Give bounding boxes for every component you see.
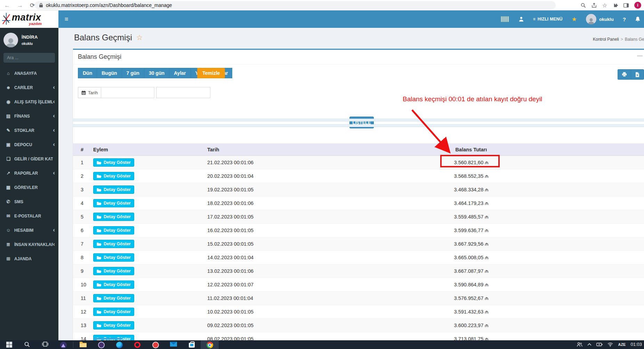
col-date[interactable]: Tarih: [202, 147, 431, 152]
sidebar-item[interactable]: ▣ DEPOCU ‹: [0, 137, 58, 152]
back-icon[interactable]: ←: [4, 2, 10, 8]
detail-button[interactable]: Detay Göster: [93, 199, 134, 207]
forward-icon[interactable]: →: [17, 2, 23, 8]
opera-browser-icon[interactable]: [128, 342, 146, 349]
detail-button[interactable]: Detay Göster: [93, 158, 134, 167]
sidebar-item[interactable]: ❏ GELİR / GİDER KATEGORİ ‹: [0, 152, 58, 166]
divider-band: [73, 124, 644, 127]
side-panel-icon[interactable]: [623, 3, 629, 8]
col-index[interactable]: #: [73, 147, 88, 152]
quick-menu-label: HIZLI MENÜ: [538, 17, 563, 22]
col-action[interactable]: Eylem: [88, 147, 202, 152]
filter-button[interactable]: Bugün: [97, 68, 121, 78]
people-icon[interactable]: [577, 342, 582, 347]
detail-button[interactable]: Detay Göster: [93, 308, 134, 316]
quick-menu-button[interactable]: ≡ HIZLI MENÜ: [533, 17, 563, 22]
filter-button[interactable]: 30 gün: [144, 68, 169, 78]
language-indicator[interactable]: AZE: [618, 342, 626, 347]
wifi-icon[interactable]: [607, 342, 613, 347]
sidebar-item[interactable]: ≣ İNSAN KAYNAKLARI ‹: [0, 237, 58, 252]
date-from-input[interactable]: [101, 87, 154, 98]
task-view-button[interactable]: [36, 342, 54, 349]
horizontal-scrollbar-thumb[interactable]: [94, 338, 122, 340]
user-menu[interactable]: okuklu: [586, 14, 614, 24]
sidebar-user-panel: İNDİRA okuklu: [0, 28, 58, 51]
sidebar-toggle-icon[interactable]: ≡: [58, 10, 74, 28]
chevron-up-icon[interactable]: [587, 343, 591, 346]
sidebar-item[interactable]: ▤ FİNANS ‹: [0, 109, 58, 123]
row-index: 11: [73, 295, 88, 301]
share-icon[interactable]: [591, 3, 597, 8]
detail-button[interactable]: Detay Göster: [93, 280, 134, 289]
page-favorite-star-icon[interactable]: ☆: [136, 33, 143, 42]
reload-icon[interactable]: ⟳: [30, 2, 35, 8]
folder-open-icon: [97, 283, 102, 287]
print-button[interactable]: [618, 69, 631, 80]
detail-button[interactable]: Detay Göster: [93, 321, 134, 330]
favorites-star-icon[interactable]: ★: [572, 16, 577, 23]
sidebar-item[interactable]: ▦ GÖREVLER ‹: [0, 180, 58, 195]
clear-filter-button[interactable]: Temizle: [197, 68, 225, 78]
help-button[interactable]: ?: [623, 16, 626, 22]
sidebar-item[interactable]: ✆ SMS ‹: [0, 195, 58, 209]
sidebar-item-label: GÖREVLER: [14, 185, 53, 190]
row-date: 10.02.2023 00:01:05: [202, 309, 431, 315]
sidebar-item-label: AJANDA: [14, 256, 53, 261]
export-excel-button[interactable]: [631, 69, 644, 80]
detail-button[interactable]: Detay Göster: [93, 213, 134, 221]
filter-button[interactable]: Aylar: [169, 68, 191, 78]
detail-button[interactable]: Detay Göster: [93, 226, 134, 235]
red-app-icon[interactable]: [146, 342, 164, 349]
detail-button[interactable]: Detay Göster: [93, 172, 134, 180]
chrome-browser-icon[interactable]: [201, 340, 219, 349]
col-amount[interactable]: Balans Tutarı: [431, 147, 511, 152]
detail-button[interactable]: Detay Göster: [93, 240, 134, 248]
battery-icon[interactable]: [596, 343, 603, 346]
sidebar-item[interactable]: ✉ E-POSTALAR ‹: [0, 209, 58, 223]
sidebar-item[interactable]: ⊞ AJANDA ‹: [0, 252, 58, 266]
bookmark-star-icon[interactable]: ☆: [602, 2, 607, 9]
breadcrumb-home[interactable]: Kontrol Paneli: [593, 37, 619, 42]
detail-button-label: Detay Göster: [104, 296, 131, 301]
file-excel-icon: [635, 72, 639, 77]
detail-button[interactable]: Detay Göster: [93, 267, 134, 275]
filter-button[interactable]: Dün: [78, 68, 97, 78]
sidebar-item-icon: ⊞: [5, 256, 12, 261]
microsoft-store-icon[interactable]: [183, 342, 201, 349]
detail-button-label: Detay Göster: [104, 228, 131, 233]
sidebar-item[interactable]: ◉ ALIŞ SATIŞ İŞLEMLERİ ‹: [0, 95, 58, 109]
file-explorer-icon[interactable]: [74, 342, 92, 349]
detail-button[interactable]: Detay Göster: [93, 253, 134, 262]
edge-browser-icon[interactable]: [110, 342, 128, 349]
person-icon[interactable]: [518, 16, 524, 22]
sidebar-item[interactable]: ✎ STOKLAR ‹: [0, 123, 58, 137]
filter-button[interactable]: 7 gün: [122, 68, 144, 78]
address-bar[interactable]: okuklu.matrixotoerp.com/azn/Dashboard/ba…: [35, 1, 556, 9]
sidebar-item[interactable]: ↗ RAPORLAR ‹: [0, 166, 58, 180]
sidebar-item[interactable]: ☺ HESABIM ‹: [0, 223, 58, 237]
sidebar-item-label: FİNANS: [14, 114, 53, 119]
date-to-input[interactable]: [156, 87, 210, 98]
barcode-icon[interactable]: [501, 16, 509, 22]
browser-profile-avatar[interactable]: i: [634, 2, 641, 9]
proton-app-icon[interactable]: [54, 342, 72, 349]
search-input[interactable]: [3, 55, 55, 60]
url-text: okuklu.matrixotoerp.com/azn/Dashboard/ba…: [46, 2, 172, 8]
collapse-icon[interactable]: —: [637, 53, 643, 59]
table-row: 13 Detay Göster: [73, 319, 644, 332]
row-date: 12.02.2023 00:01:07: [202, 282, 431, 287]
zoom-icon[interactable]: [581, 3, 586, 8]
tor-browser-icon[interactable]: [92, 342, 110, 349]
start-button[interactable]: [0, 342, 18, 349]
extensions-icon[interactable]: [613, 3, 618, 8]
detail-button[interactable]: Detay Göster: [93, 185, 134, 194]
clock[interactable]: 01:03: [630, 342, 642, 347]
bell-icon[interactable]: [635, 16, 641, 22]
chevron-left-icon: ‹: [53, 127, 55, 133]
avatar-silhouette-icon: [587, 17, 595, 24]
taskbar-search-button[interactable]: [18, 342, 36, 349]
mail-app-icon[interactable]: [164, 342, 183, 349]
detail-button[interactable]: Detay Göster: [93, 294, 134, 302]
sidebar-item[interactable]: ⌂ ANASAYFA ‹: [0, 66, 58, 80]
sidebar-item[interactable]: ☻ CARİLER ‹: [0, 80, 58, 95]
